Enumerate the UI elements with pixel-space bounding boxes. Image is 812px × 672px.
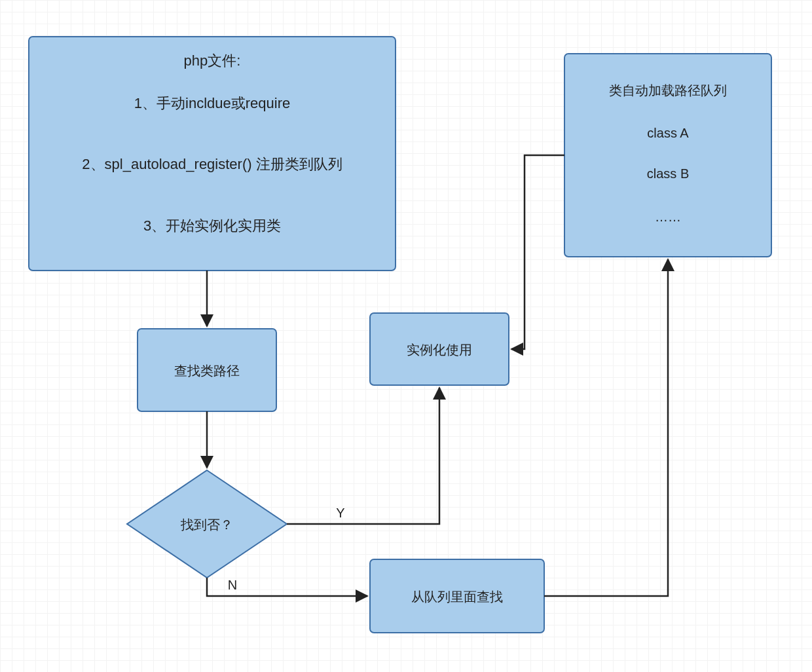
edge-decision-yes bbox=[287, 388, 439, 524]
decision-label: 找到否？ bbox=[180, 517, 233, 532]
find-path-label: 查找类路径 bbox=[174, 364, 240, 378]
php-file-title: php文件: bbox=[184, 52, 241, 69]
edge-queuesearch-queuelist bbox=[544, 259, 668, 596]
node-queue-list: 类自动加载路径队列 class A class B …… bbox=[564, 54, 771, 257]
instantiate-label: 实例化使用 bbox=[407, 343, 472, 357]
queue-title: 类自动加载路径队列 bbox=[609, 83, 727, 98]
queue-search-label: 从队列里面查找 bbox=[411, 589, 503, 604]
edge-yes-label: Y bbox=[336, 506, 344, 520]
php-file-line1: 1、手动incldue或require bbox=[134, 95, 290, 111]
queue-item2: class B bbox=[647, 166, 689, 181]
flowchart-svg: php文件: 1、手动incldue或require 2、spl_autoloa… bbox=[0, 0, 812, 672]
diagram-canvas: php文件: 1、手动incldue或require 2、spl_autoloa… bbox=[0, 0, 812, 672]
php-file-line2: 2、spl_autoload_register() 注册类到队列 bbox=[82, 156, 342, 172]
node-decision-found: 找到否？ bbox=[127, 470, 287, 578]
node-find-path: 查找类路径 bbox=[138, 329, 276, 411]
queue-item3: …… bbox=[655, 210, 681, 224]
queue-item1: class A bbox=[647, 126, 689, 140]
edge-no-label: N bbox=[228, 578, 237, 592]
php-file-line3: 3、开始实例化实用类 bbox=[143, 217, 281, 234]
node-queue-search: 从队列里面查找 bbox=[370, 559, 544, 633]
node-instantiate: 实例化使用 bbox=[370, 313, 509, 385]
svg-rect-0 bbox=[29, 37, 396, 271]
node-php-file: php文件: 1、手动incldue或require 2、spl_autoloa… bbox=[29, 37, 396, 271]
edge-queuelist-instantiate bbox=[511, 155, 564, 349]
